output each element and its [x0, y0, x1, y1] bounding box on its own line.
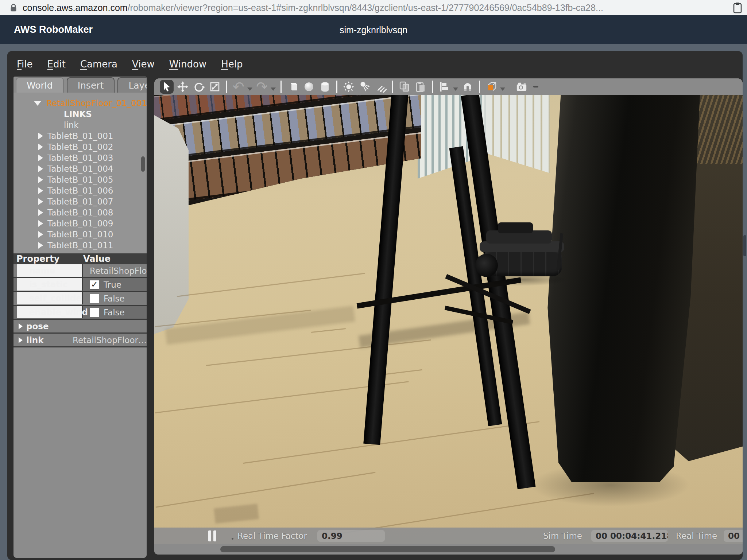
expand-icon[interactable]	[19, 337, 23, 343]
point-light-icon[interactable]	[342, 80, 356, 94]
3d-viewport[interactable]	[154, 95, 743, 544]
property-row-pose[interactable]: pose	[13, 320, 147, 334]
tree-item-tabletb-007[interactable]: TabletB_01_007	[13, 196, 147, 207]
tab-insert[interactable]: Insert	[67, 77, 115, 93]
menu-edit[interactable]: Edit	[47, 59, 66, 70]
menu-help[interactable]: Help	[221, 59, 243, 70]
self-collide-checkbox[interactable]	[90, 294, 99, 303]
property-row-link[interactable]: link RetailShopFloor…	[13, 334, 147, 347]
redo-icon[interactable]	[255, 80, 269, 94]
property-table: Property Value name RetailShopFloor… is_…	[13, 253, 147, 347]
view-angle-icon[interactable]	[484, 80, 498, 94]
gazebo-menu-bar: File Edit Camera View Window Help	[17, 55, 243, 74]
left-wall	[154, 115, 189, 334]
expand-icon[interactable]	[38, 242, 43, 249]
expand-icon[interactable]	[38, 187, 43, 194]
lock-icon[interactable]	[8, 2, 19, 13]
spot-light-icon[interactable]	[358, 80, 372, 94]
sphere-shape-icon[interactable]	[302, 80, 316, 94]
view-angle-caret-icon[interactable]	[500, 88, 505, 91]
property-row-enable-wind[interactable]: enable_wind False	[13, 306, 147, 320]
cylinder-shape-icon[interactable]	[318, 80, 332, 94]
floor-plank-line	[177, 273, 365, 297]
expand-icon[interactable]	[38, 231, 43, 238]
snap-magnet-icon[interactable]	[461, 80, 475, 94]
tree-item-tabletb-005[interactable]: TabletB_01_005	[13, 174, 147, 185]
expand-icon[interactable]	[38, 220, 43, 227]
url-path: /robomaker/viewer?region=us-east-1#sim-z…	[128, 3, 603, 13]
screenshot-camera-icon[interactable]	[515, 80, 529, 94]
tree-item-root[interactable]: RetailShopFloor_01_001	[13, 98, 147, 109]
tree-item-tabletb-002[interactable]: TabletB_01_002	[13, 141, 147, 152]
align-caret-icon[interactable]	[453, 88, 458, 91]
box-shape-icon[interactable]	[286, 80, 300, 94]
viewport-hscrollbar[interactable]	[154, 544, 743, 555]
sim-time-value: 00 00:04:41.218	[591, 530, 668, 542]
expand-icon[interactable]	[38, 155, 43, 161]
world-tree: RetailShopFloor_01_001 LINKS link Tablet…	[13, 93, 147, 253]
copy-icon[interactable]	[398, 80, 411, 94]
robot	[475, 222, 571, 287]
directional-light-icon[interactable]	[374, 80, 388, 94]
expand-icon[interactable]	[38, 144, 43, 150]
floor-plank-line	[243, 421, 539, 464]
redo-history-caret-icon[interactable]	[271, 88, 276, 91]
sim-time-label: Sim Time	[543, 531, 582, 541]
menu-file[interactable]: File	[17, 59, 33, 70]
page-scrollbar-handle[interactable]	[743, 235, 746, 256]
property-row-name[interactable]: name RetailShopFloor…	[13, 264, 147, 278]
tree-item-tabletb-004[interactable]: TabletB_01_004	[13, 163, 147, 174]
tree-item-tabletb-003[interactable]: TabletB_01_003	[13, 152, 147, 163]
floor-plank-line	[311, 328, 346, 333]
property-row-self-collide[interactable]: self_collide False	[13, 292, 147, 306]
tree-item-tabletb-006[interactable]: TabletB_01_006	[13, 185, 147, 196]
expand-icon[interactable]	[38, 176, 43, 183]
paste-icon[interactable]	[414, 80, 427, 94]
is-static-checkbox[interactable]	[90, 280, 99, 289]
url-domain: console.aws.amazon.com	[23, 3, 128, 13]
scale-tool-icon[interactable]	[208, 80, 222, 94]
simulation-title: sim-zgknrlblvsqn	[0, 25, 747, 35]
toolbar-separator	[336, 81, 337, 93]
align-tool-icon[interactable]	[437, 80, 451, 94]
robot-wheel	[475, 254, 498, 277]
tree-item-link[interactable]: link	[13, 120, 147, 131]
tree-item-tabletb-009[interactable]: TabletB_01_009	[13, 218, 147, 229]
menu-window[interactable]: Window	[169, 59, 207, 70]
menu-view[interactable]: View	[132, 59, 155, 70]
expand-icon[interactable]	[38, 198, 43, 205]
magazine-shelf	[154, 95, 421, 222]
expand-icon[interactable]	[19, 323, 23, 329]
link-value: RetailShopFloor…	[73, 335, 147, 345]
tab-layers[interactable]: Layers	[117, 77, 147, 93]
hscrollbar-handle[interactable]	[220, 546, 555, 552]
url-text[interactable]: console.aws.amazon.com/robomaker/viewer?…	[23, 3, 603, 13]
rotate-tool-icon[interactable]	[192, 80, 206, 94]
tab-world[interactable]: World	[16, 77, 64, 93]
menu-camera[interactable]: Camera	[80, 59, 117, 70]
undo-history-caret-icon[interactable]	[247, 88, 252, 91]
property-row-is-static[interactable]: is_static True	[13, 278, 147, 292]
tree-item-tabletb-010[interactable]: TabletB_01_010	[13, 229, 147, 240]
floor-plank-line	[206, 339, 431, 366]
tree-item-tabletb-001[interactable]: TabletB_01_001	[13, 131, 147, 141]
tree-links-header[interactable]: LINKS	[13, 109, 147, 120]
tree-item-tabletb-008[interactable]: TabletB_01_008	[13, 207, 147, 218]
record-log-icon[interactable]	[533, 86, 538, 88]
clipboard-icon[interactable]	[732, 2, 743, 13]
enable-wind-checkbox[interactable]	[90, 308, 99, 317]
expand-icon[interactable]	[38, 133, 43, 139]
pause-button[interactable]	[208, 530, 218, 541]
world-panel: World Insert Layers RetailShopFloor_01_0…	[13, 77, 147, 558]
expand-icon[interactable]	[38, 166, 43, 172]
expand-icon[interactable]	[38, 209, 43, 216]
select-tool-icon[interactable]	[160, 80, 174, 94]
rtf-value: 0.99	[317, 530, 385, 542]
gazebo-toolbar	[154, 78, 743, 95]
tree-scrollbar[interactable]	[141, 156, 145, 172]
browser-url-bar[interactable]: console.aws.amazon.com/robomaker/viewer?…	[0, 0, 747, 16]
translate-tool-icon[interactable]	[176, 80, 190, 94]
undo-icon[interactable]	[232, 80, 245, 94]
tree-item-tabletb-011[interactable]: TabletB_01_011	[13, 240, 147, 251]
collapse-icon[interactable]	[34, 101, 41, 106]
